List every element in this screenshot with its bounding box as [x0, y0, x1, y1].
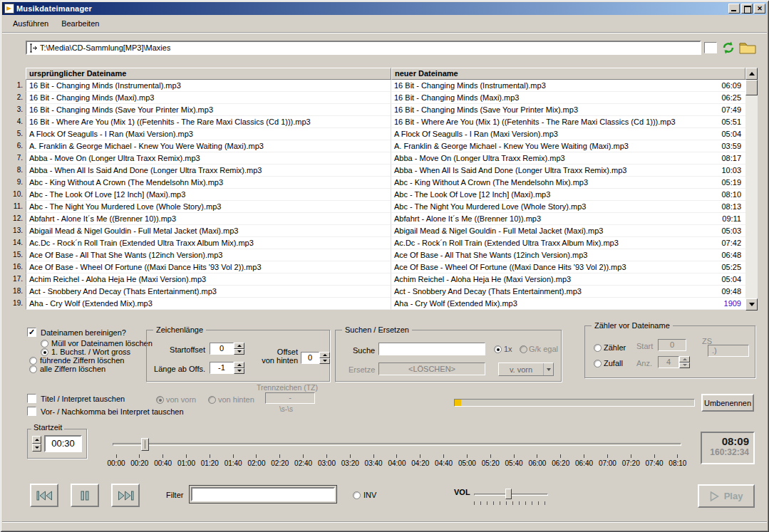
cell-new-name[interactable]: 16 Bit - Changing Minds (Maxi).mp3 [391, 92, 708, 104]
table-row[interactable]: 1. 16 Bit - Changing Minds (Instrumental… [10, 80, 745, 92]
next-button[interactable] [111, 484, 140, 507]
table-scrollbar[interactable] [745, 68, 758, 311]
timeline-thumb[interactable] [141, 438, 149, 451]
start-value[interactable]: 0 [658, 339, 686, 351]
cell-original-name[interactable]: 16 Bit - Changing Minds (Maxi).mp3 [26, 92, 391, 104]
zaehler-radio[interactable] [594, 344, 602, 352]
cell-new-name[interactable]: Abigail Mead & Nigel Gouldin - Full Meta… [391, 225, 708, 237]
table-row[interactable]: 7. Abba - Move On (Longer Ultra Traxx Re… [10, 152, 745, 165]
pause-button[interactable] [71, 484, 99, 507]
table-row[interactable]: 4. 16 Bit - Where Are You (Mix 1) ((Fete… [10, 116, 745, 128]
cell-original-name[interactable]: Abc - The Look Of Love [12 Inch] (Maxi).… [26, 189, 391, 201]
inv-radio[interactable] [353, 491, 361, 499]
radio-alle[interactable] [29, 365, 37, 373]
table-row[interactable]: 15. Ace Of Base - All That She Wants (12… [10, 249, 745, 261]
ersetze-input[interactable]: <LÖSCHEN> [378, 363, 485, 375]
chevron-down-icon[interactable] [543, 363, 553, 375]
once-radio[interactable] [494, 345, 502, 353]
cell-original-name[interactable]: Abc - King Without A Crown (The Mendelso… [26, 177, 391, 189]
table-row[interactable]: 10. Abc - The Look Of Love [12 Inch] (Ma… [10, 189, 745, 201]
table-row[interactable]: 14. Ac.Dc - Rock´n Roll Train (Extended … [10, 237, 745, 249]
minimize-button[interactable] [728, 4, 740, 14]
table-row[interactable]: 18. Act - Snobbery And Decay (Thats Ente… [10, 286, 745, 298]
close-button[interactable] [754, 4, 765, 14]
timeline-track[interactable] [113, 443, 681, 446]
table-row[interactable]: 16. Ace Of Base - Wheel Of Fortune ((Max… [10, 261, 745, 273]
cell-new-name[interactable]: Aha - Cry Wolf (Extended Mix).mp3 [391, 298, 708, 310]
maximize-button[interactable] [741, 4, 753, 14]
case-radio[interactable] [520, 345, 527, 353]
trennzeichen-value[interactable]: - [265, 392, 315, 404]
folder-icon[interactable] [739, 41, 756, 55]
cell-original-name[interactable]: Aha - Cry Wolf (Extended Mix).mp3 [26, 298, 391, 310]
cell-original-name[interactable]: Act - Snobbery And Decay (Thats Entertai… [26, 286, 391, 298]
startoffset-value[interactable]: 0 [210, 343, 234, 355]
cell-original-name[interactable]: Ac.Dc - Rock´n Roll Train (Extended Ultr… [26, 237, 391, 249]
rename-button[interactable]: Umbenennen [701, 394, 754, 412]
cell-new-name[interactable]: 16 Bit - Changing Minds (Save Your Print… [391, 104, 708, 116]
radio-gross[interactable] [41, 348, 48, 356]
cell-original-name[interactable]: Abfahrt - Alone It´s Me ((Brenner 10)).m… [26, 213, 391, 225]
table-row[interactable]: 13. Abigail Mead & Nigel Gouldin - Full … [10, 225, 745, 237]
startzeit-value[interactable]: 00:30 [44, 435, 82, 452]
cell-original-name[interactable]: Abba - When All Is Said And Done (Longer… [26, 165, 391, 177]
timeline-slider[interactable]: 00:0000:2000:4001:0001:2001:4002:0002:20… [105, 436, 688, 469]
table-row[interactable]: 17. Achim Reichel - Aloha Heja He (Maxi … [10, 273, 745, 286]
cell-new-name[interactable]: Abc - King Without A Crown (The Mendelso… [391, 177, 708, 189]
cell-new-name[interactable]: Ace Of Base - All That She Wants (12inch… [391, 249, 708, 261]
cell-new-name[interactable]: 16 Bit - Changing Minds (Instrumental).m… [391, 80, 708, 92]
offset-hinten-stepper[interactable] [319, 352, 330, 364]
cell-new-name[interactable]: Ace Of Base - Wheel Of Fortune ((Maxi Da… [391, 261, 708, 273]
cleanup-checkbox[interactable]: ✓ [27, 328, 36, 337]
cell-original-name[interactable]: Achim Reichel - Aloha Heja He (Maxi Vers… [26, 273, 391, 286]
table-row[interactable]: 6. A. Franklin & George Michael - Knew Y… [10, 140, 745, 152]
cell-original-name[interactable]: Ace Of Base - Wheel Of Fortune ((Maxi Da… [26, 261, 391, 273]
previous-button[interactable] [30, 484, 58, 507]
laenge-value[interactable]: -1 [210, 362, 234, 374]
path-input[interactable]: T:\Media\CD-Sammlung[MP3]\Maxies [26, 41, 701, 55]
cell-new-name[interactable]: 16 Bit - Where Are You (Mix 1) ((Fetenhi… [391, 116, 708, 128]
header-renamed[interactable]: neuer Dateiname [391, 68, 745, 80]
zufall-radio[interactable] [594, 360, 602, 367]
scroll-up-icon[interactable] [745, 68, 758, 80]
table-row[interactable]: 9. Abc - King Without A Crown (The Mende… [10, 177, 745, 189]
cell-new-name[interactable]: Abba - When All Is Said And Done (Longer… [391, 165, 708, 177]
radio-von-hinten[interactable] [208, 396, 216, 404]
volume-thumb[interactable] [505, 489, 512, 499]
cell-new-name[interactable]: Abc - The Night You Murdered Love (Whole… [391, 201, 708, 213]
cell-original-name[interactable]: Abigail Mead & Nigel Gouldin - Full Meta… [26, 225, 391, 237]
scroll-thumb[interactable] [745, 80, 758, 95]
scroll-down-icon[interactable] [745, 298, 758, 311]
laenge-stepper[interactable] [234, 362, 244, 374]
cell-original-name[interactable]: 16 Bit - Changing Minds (Save Your Print… [26, 104, 391, 116]
table-row[interactable]: 11. Abc - The Night You Murdered Love (W… [10, 201, 745, 213]
table-row[interactable]: 19. Aha - Cry Wolf (Extended Mix).mp3 Ah… [10, 298, 745, 310]
path-status-box[interactable] [704, 42, 717, 53]
cell-original-name[interactable]: Abba - Move On (Longer Ultra Traxx Remix… [26, 152, 391, 165]
table-row[interactable]: 12. Abfahrt - Alone It´s Me ((Brenner 10… [10, 213, 745, 225]
radio-muell[interactable] [41, 340, 48, 348]
cell-original-name[interactable]: A. Franklin & George Michael - Knew You … [26, 140, 391, 152]
table-row[interactable]: 5. A Flock Of Seagulls - I Ran (Maxi Ver… [10, 128, 745, 140]
cell-original-name[interactable]: A Flock Of Seagulls - I Ran (Maxi Versio… [26, 128, 391, 140]
direction-dropdown[interactable]: v. vorn [498, 363, 554, 376]
cell-original-name[interactable]: 16 Bit - Changing Minds (Instrumental).m… [26, 80, 391, 92]
refresh-icon[interactable] [721, 40, 736, 56]
cell-new-name[interactable]: Abba - Move On (Longer Ultra Traxx Remix… [391, 152, 708, 165]
cell-original-name[interactable]: Ace Of Base - All That She Wants (12inch… [26, 249, 391, 261]
cell-new-name[interactable]: Abfahrt - Alone It´s Me ((Brenner 10)).m… [391, 213, 708, 225]
table-row[interactable]: 2. 16 Bit - Changing Minds (Maxi).mp3 16… [10, 92, 745, 104]
header-original[interactable]: ursprünglicher Dateiname [26, 68, 391, 80]
cell-new-name[interactable]: Abc - The Look Of Love [12 Inch] (Maxi).… [391, 189, 708, 201]
table-row[interactable]: 3. 16 Bit - Changing Minds (Save Your Pr… [10, 104, 745, 116]
menu-ausfuehren[interactable]: Ausführen [6, 17, 55, 30]
table-row[interactable]: 8. Abba - When All Is Said And Done (Lon… [10, 165, 745, 177]
offset-hinten-value[interactable]: 0 [301, 352, 319, 364]
filter-input[interactable] [191, 487, 335, 501]
radio-fuehrend[interactable] [29, 357, 37, 365]
anz-stepper[interactable] [679, 356, 690, 368]
menu-bearbeiten[interactable]: Bearbeiten [55, 17, 105, 30]
radio-von-vorn[interactable] [156, 396, 164, 404]
cell-new-name[interactable]: A. Franklin & George Michael - Knew You … [391, 140, 708, 152]
cell-new-name[interactable]: Act - Snobbery And Decay (Thats Entertai… [391, 286, 708, 298]
